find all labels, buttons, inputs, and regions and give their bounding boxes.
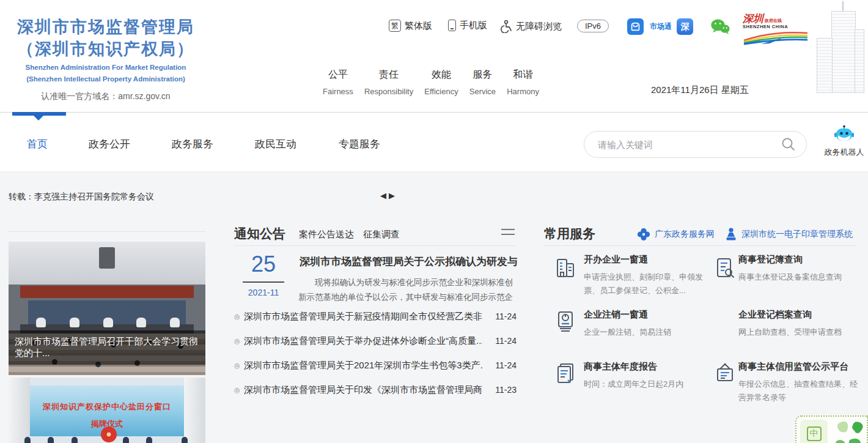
notices-title: 通知公告 xyxy=(234,225,285,242)
tab-surveys[interactable]: 征集调查 xyxy=(363,229,400,240)
sz-logo-script: 深圳 xyxy=(743,13,763,24)
annual-report-icon xyxy=(553,361,578,385)
wheelchair-icon xyxy=(499,20,512,33)
isz-app-link[interactable]: 深 xyxy=(677,18,693,35)
services-title: 常用服务 xyxy=(544,225,595,242)
open-business-icon xyxy=(553,256,578,280)
carousel-caption: 深圳市市场监督管理局召开干部大会学习贯彻党的十... xyxy=(9,330,205,365)
font-size-widget[interactable]: 中 xyxy=(795,415,868,443)
gov-robot-label: 政务机器人 xyxy=(824,147,864,158)
wechat-icon xyxy=(710,18,730,35)
e-seal-system-link[interactable]: 深圳市统一电子印章管理系统 xyxy=(725,228,853,241)
site-logo[interactable]: 深圳市市场监督管理局 （深圳市知识产权局） Shenzhen Administr… xyxy=(17,16,194,102)
deregister-icon xyxy=(553,309,578,333)
site-title-line1: 深圳市市场监督管理局 xyxy=(17,16,194,38)
ceremony-banner: 深圳知识产权保护中心盐田分窗口 揭牌仪式 xyxy=(30,385,183,436)
sz-logo-script-small: 政府在线 xyxy=(765,18,782,24)
credit-platform-icon xyxy=(713,361,737,385)
featured-month: 2021-11 xyxy=(241,288,285,297)
market-app-label: 市场通 xyxy=(650,21,672,32)
notices-divider xyxy=(234,245,517,246)
traditional-chinese-link[interactable]: 繁 繁体版 xyxy=(389,20,432,32)
notice-item[interactable]: ◎ 深圳市市场监督管理局关于举办促进体外诊断企业“高质量... 11-24 xyxy=(234,335,517,351)
bullet-icon: ◎ xyxy=(234,386,240,394)
projector-shape xyxy=(99,247,115,269)
tab-case-announcements[interactable]: 案件公告送达 xyxy=(299,229,354,240)
traditional-label: 繁体版 xyxy=(405,20,432,32)
search-input[interactable] xyxy=(584,140,781,150)
site-title-line2: （深圳市知识产权局） xyxy=(17,38,194,60)
search-box xyxy=(584,131,807,158)
service-credit-platform[interactable]: 商事主体信用监管公示平台 年报公示信息、抽查检查结果、经营异常名录等 xyxy=(738,361,861,404)
registry-search-icon xyxy=(713,256,737,280)
bullet-icon: ◎ xyxy=(234,337,240,345)
nav-item-gov-disclosure[interactable]: 政务公开 xyxy=(89,137,130,151)
value-responsibility: 责任 Responsibility xyxy=(364,69,413,96)
wechat-link[interactable] xyxy=(710,18,730,35)
mobile-version-link[interactable]: 手机版 xyxy=(448,20,487,31)
e-seal-system-label: 深圳市统一电子印章管理系统 xyxy=(741,229,853,240)
service-open-business[interactable]: 开办企业一窗通 申请营业执照、刻制印章、申领发票、员工参保登记、公积金... xyxy=(584,254,704,297)
featured-notice-title[interactable]: 深圳市市场监督管理局关于公示拟确认为研发与标... xyxy=(300,255,517,269)
market-app-icon xyxy=(627,18,644,35)
shenzhen-gov-logo[interactable]: 深圳 政府在线 SHENZHEN CHINA xyxy=(743,13,809,48)
official-domain-note: 认准唯一官方域名：amr.sz.gov.cn xyxy=(17,91,194,102)
seal-icon xyxy=(725,228,737,241)
site-title-en2: (Shenzhen Intellectual Property Administ… xyxy=(17,75,194,84)
notices-more-icon[interactable] xyxy=(501,229,515,239)
featured-notice-summary[interactable]: 现将拟确认为研发与标准化同步示范企业和深圳标准创新示范基地的单位予以公示，其中研… xyxy=(298,275,517,305)
nav-item-special-services[interactable]: 专题服务 xyxy=(339,137,380,151)
value-service: 服务 Service xyxy=(469,69,496,96)
flower-icon xyxy=(637,228,650,241)
sz-logo-caption: SHENZHEN CHINA xyxy=(743,24,809,29)
gd-gov-service-link[interactable]: 广东政务服务网 xyxy=(637,228,715,241)
clover-leaves-icon xyxy=(831,419,863,443)
bullet-icon: ◎ xyxy=(234,362,240,370)
gd-gov-service-label: 广东政务服务网 xyxy=(655,229,715,240)
font-size-medium-button[interactable]: 中 xyxy=(807,426,822,441)
service-archive-search[interactable]: 企业登记档案查询 网上自助查档、受理申请查档 xyxy=(738,309,861,339)
carousel-slide-ceremony[interactable]: 深圳知识产权保护中心盐田分窗口 揭牌仪式 xyxy=(9,378,205,443)
phone-icon xyxy=(448,20,456,31)
bullet-icon: ◎ xyxy=(234,313,240,321)
nav-item-interaction[interactable]: 政民互动 xyxy=(255,137,296,151)
sz-logo-swoosh xyxy=(743,29,809,45)
featured-day: 25 xyxy=(241,252,285,277)
gov-robot-button[interactable]: 政务机器人 xyxy=(824,125,864,158)
values-row: 公平 Fairness 责任 Responsibility 效能 Efficie… xyxy=(323,69,539,96)
accessibility-link[interactable]: 无障碍浏览 xyxy=(499,20,562,33)
ipv6-badge[interactable]: IPv6 xyxy=(577,20,609,32)
ticker-headline[interactable]: 转载：李克强主持召开国务院常务会议 xyxy=(9,192,154,203)
service-registry-search[interactable]: 商事登记簿查询 商事主体登记及备案信息查询 xyxy=(738,254,861,284)
building-sketch xyxy=(806,0,868,93)
nav-item-home[interactable]: 首页 xyxy=(27,137,48,151)
carousel-top-divider xyxy=(9,231,205,232)
isz-app-icon: 深 xyxy=(677,18,693,35)
search-icon[interactable] xyxy=(781,136,796,152)
ipv6-label: IPv6 xyxy=(577,20,609,32)
ticker-next-icon[interactable]: ▶ xyxy=(389,191,395,201)
notice-item[interactable]: ◎ 深圳市市场监督管理局关于新冠疫情期间全市仅经营乙类非... 11-24 xyxy=(234,311,517,327)
ticker-prev-icon[interactable]: ◀ xyxy=(380,191,386,201)
page: 深圳市市场监督管理局 （深圳市知识产权局） Shenzhen Administr… xyxy=(0,0,868,443)
market-app-link[interactable]: 市场通 xyxy=(627,18,672,35)
notice-item[interactable]: ◎ 深圳市市场监督管理局关于印发《深圳市市场监督管理局商... 11-23 xyxy=(234,384,517,400)
nav-active-triangle xyxy=(34,116,43,121)
robot-icon xyxy=(834,125,855,143)
value-harmony: 和谐 Harmony xyxy=(507,69,539,96)
featured-date[interactable]: 25 2021-11 xyxy=(241,252,285,297)
carousel-slide-meeting[interactable]: 深圳市市场监督管理局召开干部大会学习贯彻党的十... xyxy=(9,242,205,375)
service-deregister[interactable]: 企业注销一窗通 企业一般注销、简易注销 xyxy=(584,309,704,339)
meeting-banner-shape xyxy=(20,286,193,298)
accessibility-label: 无障碍浏览 xyxy=(516,21,562,32)
site-title-en1: Shenzhen Administration For Market Regul… xyxy=(17,63,194,72)
ceremony-title: 深圳知识产权保护中心盐田分窗口 xyxy=(30,401,183,412)
nav-item-gov-services[interactable]: 政务服务 xyxy=(172,137,213,151)
value-efficiency: 效能 Efficiency xyxy=(424,69,458,96)
services-divider xyxy=(544,245,857,246)
traditional-glyph-icon: 繁 xyxy=(389,20,401,32)
notice-item[interactable]: ◎ 深圳市市场监督管理局关于2021年深圳市学生书包等3类产... 11-24 xyxy=(234,360,517,376)
service-annual-report[interactable]: 商事主体年度报告 时间：成立周年之日起2月内 xyxy=(584,361,704,391)
current-date: 2021年11月26日 星期五 xyxy=(651,84,749,96)
main-nav: 首页 政务公开 政务服务 政民互动 专题服务 xyxy=(0,112,868,172)
